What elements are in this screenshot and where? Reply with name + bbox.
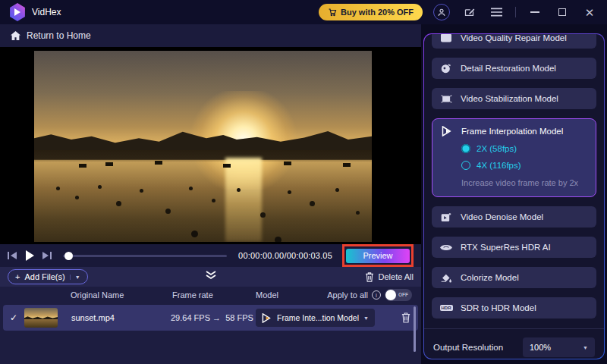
trash-icon bbox=[365, 272, 374, 282]
add-files-label: Add File(s) bbox=[24, 272, 64, 281]
seek-slider-knob[interactable] bbox=[64, 252, 73, 260]
col-original-name: Original Name bbox=[71, 290, 172, 300]
minimize-button[interactable] bbox=[527, 4, 543, 20]
video-stage bbox=[0, 47, 421, 244]
video-preview[interactable] bbox=[34, 51, 372, 242]
previous-frame-button[interactable] bbox=[8, 251, 17, 260]
model-item-video-stabilization[interactable]: Video Stabilization Model bbox=[432, 88, 596, 109]
col-model: Model bbox=[256, 290, 326, 300]
app-title: VidHex bbox=[32, 7, 61, 17]
apply-to-all-toggle[interactable]: OFF bbox=[385, 289, 412, 301]
frame-interpolation-icon bbox=[262, 313, 272, 323]
video-denoise-icon bbox=[439, 212, 453, 222]
row-model-dropdown[interactable]: Frame Inte...tion Model ▼ bbox=[256, 309, 375, 327]
add-files-caret-icon[interactable]: ▼ bbox=[70, 275, 80, 280]
maximize-button[interactable] bbox=[554, 4, 571, 20]
file-name: sunset.mp4 bbox=[71, 313, 171, 322]
add-files-button[interactable]: + Add File(s) ▼ bbox=[8, 269, 88, 284]
model-item-colorize[interactable]: Colorize Model bbox=[432, 267, 596, 288]
close-button[interactable]: ✕ bbox=[581, 4, 598, 20]
account-icon[interactable] bbox=[433, 4, 450, 20]
models-panel: Video Quality Repair Model Detail Restor… bbox=[423, 33, 605, 359]
file-table-header: Original Name Frame rate Model Apply to … bbox=[0, 287, 421, 303]
feedback-edit-icon[interactable] bbox=[461, 4, 477, 20]
main-panel: Return to Home 00:00:00.00/00:00:03.05 P… bbox=[0, 24, 421, 364]
model-item-sdr-to-hdr[interactable]: HDR SDR to HDR Model bbox=[432, 297, 596, 318]
resolution-caret-icon: ▼ bbox=[583, 345, 588, 350]
model-description: Increase video frame rate by 2x bbox=[461, 178, 588, 187]
file-toolbar: + Add File(s) ▼ Delete All bbox=[0, 267, 421, 287]
preview-button[interactable]: Preview bbox=[346, 249, 410, 263]
app-logo-icon bbox=[9, 3, 26, 21]
playback-controls: 00:00:00.00/00:00:03.05 Preview bbox=[0, 244, 421, 267]
model-item-label: SDR to HDR Model bbox=[461, 303, 536, 312]
detail-restoration-icon bbox=[439, 63, 453, 74]
model-item-label: Colorize Model bbox=[461, 273, 519, 282]
model-item-rtx-superres[interactable]: RTX SuperRes HDR AI bbox=[432, 237, 596, 258]
seek-slider[interactable] bbox=[63, 255, 227, 257]
home-icon bbox=[11, 31, 20, 40]
sidebar-divider bbox=[424, 328, 604, 329]
menu-icon[interactable] bbox=[488, 4, 505, 20]
radio-unselected-icon[interactable] bbox=[461, 161, 470, 170]
option-label: 4X (116fps) bbox=[476, 161, 521, 170]
sidebar: Video Quality Repair Model Detail Restor… bbox=[421, 24, 607, 364]
model-item-detail-restoration[interactable]: Detail Restoration Model bbox=[432, 58, 596, 79]
row-delete-button[interactable] bbox=[401, 312, 410, 323]
playback-time: 00:00:00.00/00:00:03.05 bbox=[238, 251, 332, 260]
annotation-highlight-box: Preview bbox=[342, 244, 414, 267]
video-quality-repair-icon bbox=[439, 34, 453, 42]
delete-all-button[interactable]: Delete All bbox=[365, 272, 414, 282]
return-home-label: Return to Home bbox=[27, 30, 91, 41]
file-row[interactable]: ✓ sunset.mp4 29.64 FPS → 58 FPS Frame In… bbox=[3, 305, 418, 331]
nvidia-eye-icon bbox=[439, 243, 453, 252]
model-item-frame-interpolation[interactable]: Frame Interpolation Model 2X (58fps) 4X … bbox=[432, 118, 596, 197]
plus-icon: + bbox=[15, 272, 20, 281]
titlebar-separator bbox=[515, 7, 516, 17]
paint-bucket-icon bbox=[439, 273, 453, 283]
delete-all-label: Delete All bbox=[379, 272, 414, 281]
option-4x[interactable]: 4X (116fps) bbox=[461, 161, 588, 170]
cart-icon bbox=[328, 8, 337, 17]
return-home-button[interactable]: Return to Home bbox=[0, 24, 421, 47]
model-item-video-quality-repair[interactable]: Video Quality Repair Model bbox=[432, 34, 596, 49]
sun-reflection bbox=[225, 158, 262, 242]
row-model-label: Frame Inte...tion Model bbox=[277, 313, 359, 322]
hdr-badge-icon: HDR bbox=[439, 305, 453, 311]
buy-label: Buy with 20% OFF bbox=[341, 8, 414, 17]
model-item-label: Video Denoise Model bbox=[461, 212, 543, 221]
output-resolution-dropdown[interactable]: 100% ▼ bbox=[523, 337, 595, 357]
col-frame-rate: Frame rate bbox=[172, 290, 256, 300]
model-item-label: Video Stabilization Model bbox=[461, 94, 558, 103]
apply-to-all-label: Apply to all bbox=[327, 290, 368, 300]
model-item-label: Video Quality Repair Model bbox=[461, 34, 567, 42]
collapse-list-button[interactable] bbox=[205, 271, 217, 281]
video-stabilization-icon bbox=[439, 94, 453, 104]
play-button[interactable] bbox=[24, 250, 35, 261]
option-2x[interactable]: 2X (58fps) bbox=[461, 144, 588, 153]
file-thumbnail bbox=[24, 308, 58, 328]
toggle-state-label: OFF bbox=[398, 292, 408, 297]
frame-rate-cell: 29.64 FPS → 58 FPS bbox=[171, 313, 256, 322]
buoys bbox=[34, 51, 36, 53]
model-item-label: Detail Restoration Model bbox=[461, 64, 556, 73]
info-icon[interactable]: i bbox=[372, 290, 381, 300]
row-model-caret-icon: ▼ bbox=[363, 315, 369, 321]
radio-selected-icon[interactable] bbox=[461, 144, 470, 153]
model-item-video-denoise[interactable]: Video Denoise Model bbox=[432, 206, 596, 228]
output-resolution-value: 100% bbox=[530, 343, 551, 352]
file-list-scrollbar[interactable] bbox=[414, 306, 416, 352]
row-check-icon[interactable]: ✓ bbox=[3, 312, 24, 323]
frame-interpolation-icon bbox=[440, 126, 454, 136]
next-frame-button[interactable] bbox=[42, 251, 52, 260]
titlebar: VidHex Buy with 20% OFF ✕ bbox=[0, 0, 607, 24]
output-resolution-label: Output Resolution bbox=[433, 343, 503, 352]
model-item-label: RTX SuperRes HDR AI bbox=[461, 243, 551, 252]
buy-discount-button[interactable]: Buy with 20% OFF bbox=[319, 4, 423, 20]
model-item-label: Frame Interpolation Model bbox=[461, 127, 563, 136]
option-label: 2X (58fps) bbox=[476, 144, 517, 153]
